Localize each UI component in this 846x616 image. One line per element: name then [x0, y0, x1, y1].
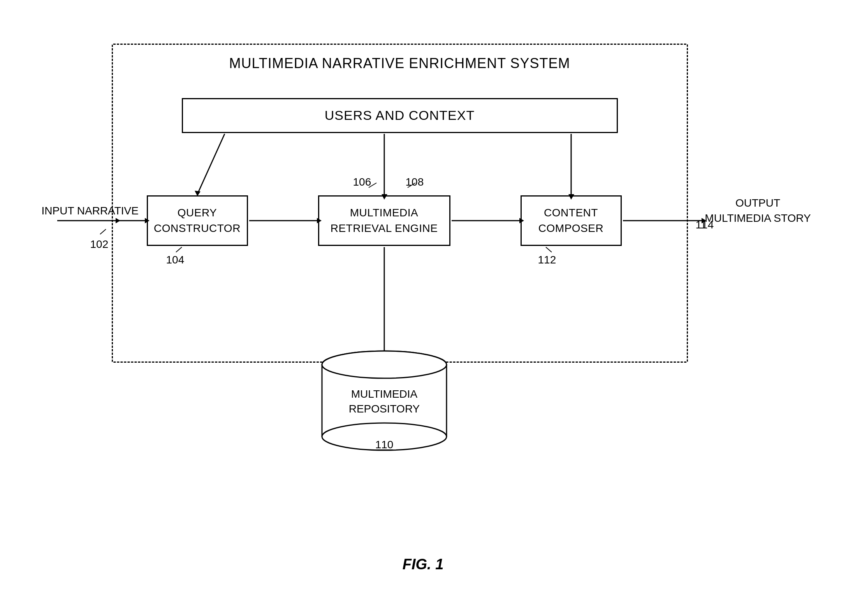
ref-106: 106	[353, 176, 371, 188]
ref-110: 110	[373, 441, 391, 453]
content-composer-label: CONTENT COMPOSER	[522, 205, 621, 235]
query-constructor-box: QUERY CONSTRUCTOR	[147, 195, 248, 246]
content-composer-box: CONTENT COMPOSER	[521, 195, 622, 246]
ref-112: 112	[538, 254, 556, 266]
output-multimedia-story-label: OUTPUT MULTIMEDIA STORY	[704, 195, 813, 226]
svg-text:MULTIMEDIA: MULTIMEDIA	[351, 388, 417, 400]
svg-line-28	[100, 229, 106, 234]
diagram-container: MULTIMEDIA NARRATIVE ENRICHMENT SYSTEM U…	[34, 20, 813, 596]
system-title: MULTIMEDIA NARRATIVE ENRICHMENT SYSTEM	[112, 55, 688, 72]
users-context-box: USERS AND CONTEXT	[182, 98, 618, 133]
retrieval-engine-box: MULTIMEDIA RETRIEVAL ENGINE	[318, 195, 450, 246]
fig-caption: FIG. 1	[34, 556, 813, 573]
users-context-label: USERS AND CONTEXT	[325, 108, 475, 123]
retrieval-engine-label: MULTIMEDIA RETRIEVAL ENGINE	[319, 205, 449, 235]
ref-114: 114	[696, 219, 714, 231]
query-constructor-label: QUERY CONSTRUCTOR	[148, 205, 247, 235]
svg-rect-19	[322, 365, 447, 437]
ref-104: 104	[166, 254, 185, 266]
ref-108: 108	[406, 176, 424, 188]
ref-102: 102	[90, 238, 109, 251]
input-narrative-label: INPUT NARRATIVE	[42, 203, 139, 218]
svg-text:REPOSITORY: REPOSITORY	[348, 403, 420, 415]
